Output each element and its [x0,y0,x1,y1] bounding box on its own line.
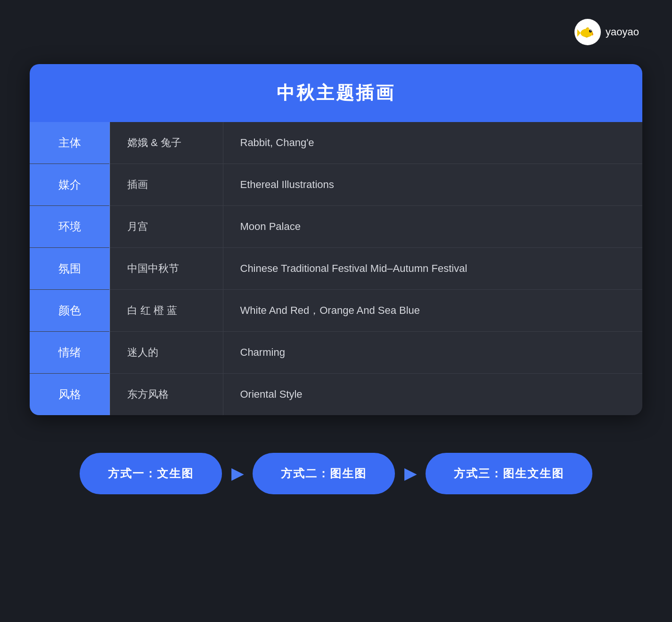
table-row: 环境月宫Moon Palace [30,206,642,248]
user-profile[interactable]: yaoyao [574,19,639,45]
table-row: 氛围中国中秋节Chinese Traditional Festival Mid–… [30,248,642,290]
svg-point-4 [590,30,591,31]
row-label: 主体 [30,122,110,164]
bottom-buttons: 方式一：文生图▶方式二：图生图▶方式三：图生文生图 [30,453,642,494]
svg-point-3 [589,30,592,33]
row-label: 氛围 [30,248,110,290]
header: yaoyao [28,19,644,45]
row-zh: 白 红 橙 蓝 [110,290,223,332]
table-row: 风格东方风格Oriental Style [30,374,642,416]
arrow-icon: ▶ [404,465,416,483]
action-button-3[interactable]: 方式三：图生文生图 [426,453,592,494]
row-en: Charming [223,332,642,374]
table-row: 情绪迷人的Charming [30,332,642,374]
card-header: 中秋主题插画 [30,64,642,122]
action-button-2[interactable]: 方式二：图生图 [253,453,395,494]
row-en: Ethereal Illustrations [223,164,642,206]
row-en: Chinese Traditional Festival Mid–Autumn … [223,248,642,290]
row-label: 情绪 [30,332,110,374]
row-zh: 东方风格 [110,374,223,416]
data-table: 主体嫦娥 & 兔子Rabbit, Chang'e媒介插画Ethereal Ill… [30,122,642,415]
main-card: 中秋主题插画 主体嫦娥 & 兔子Rabbit, Chang'e媒介插画Ether… [30,64,642,415]
row-en: White And Red，Orange And Sea Blue [223,290,642,332]
row-zh: 中国中秋节 [110,248,223,290]
row-label: 颜色 [30,290,110,332]
arrow-icon: ▶ [231,465,243,483]
username-label: yaoyao [606,26,639,38]
row-en: Oriental Style [223,374,642,416]
card-title: 中秋主题插画 [49,81,623,105]
row-en: Moon Palace [223,206,642,248]
row-zh: 月宫 [110,206,223,248]
table-row: 颜色白 红 橙 蓝White And Red，Orange And Sea Bl… [30,290,642,332]
table-row: 媒介插画Ethereal Illustrations [30,164,642,206]
avatar [574,19,601,45]
action-button-1[interactable]: 方式一：文生图 [80,453,222,494]
row-label: 环境 [30,206,110,248]
row-label: 风格 [30,374,110,416]
table-row: 主体嫦娥 & 兔子Rabbit, Chang'e [30,122,642,164]
row-zh: 嫦娥 & 兔子 [110,122,223,164]
row-label: 媒介 [30,164,110,206]
row-zh: 迷人的 [110,332,223,374]
row-en: Rabbit, Chang'e [223,122,642,164]
row-zh: 插画 [110,164,223,206]
